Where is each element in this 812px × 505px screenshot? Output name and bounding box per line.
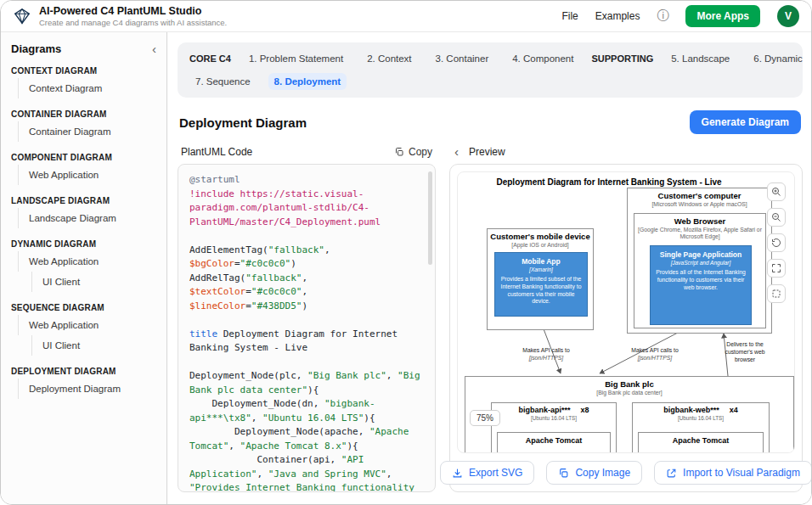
app-title: AI-Powered C4 PlantUML Studio [39, 5, 227, 17]
menu-examples[interactable]: Examples [595, 10, 640, 22]
code-token: "fallback" [268, 244, 324, 255]
zoom-out-button[interactable] [767, 208, 786, 227]
tab-3-container[interactable]: 3. Container [430, 50, 495, 67]
sidebar-item[interactable]: Landscape Diagram [18, 208, 156, 228]
menu-file[interactable]: File [561, 10, 578, 22]
sidebar-header: Diagrams ‹ [11, 42, 156, 55]
reset-view-button[interactable] [767, 233, 786, 252]
more-apps-button[interactable]: More Apps [685, 5, 760, 27]
tab-1-problem-statement[interactable]: 1. Problem Statement [243, 50, 349, 67]
tab-bar: CORE C41. Problem Statement2. Context3. … [178, 42, 803, 98]
expand-icon [771, 263, 781, 273]
node-web-browser: Web Browser [Google Chrome, Mozilla Fire… [634, 213, 766, 328]
actual-size-button[interactable] [767, 284, 786, 303]
fit-screen-button[interactable] [767, 259, 786, 278]
tab-2-context[interactable]: 2. Context [361, 50, 417, 67]
container-desc: Provides a limited subset of the Interne… [500, 276, 582, 306]
code-token: = [234, 258, 240, 269]
zoom-out-icon [771, 212, 781, 222]
code-token: , [324, 244, 336, 255]
node-bigbank-web: bigbank-web*** x4 [Ubuntu 16.04 LTS] Apa… [632, 402, 770, 453]
code-line [189, 313, 421, 328]
sidebar-item[interactable]: UI Client [31, 272, 156, 292]
node-big-bank-plc: Big Bank plc [Big Bank plc data center] … [465, 376, 794, 453]
preview-collapse-icon[interactable]: ‹ [454, 145, 459, 158]
code-token: ){ [307, 384, 319, 396]
zoom-level-badge: 75% [470, 410, 500, 426]
code-line: Container(api, "API Application", "Java … [189, 453, 421, 492]
sidebar-section-heading: SEQUENCE DIAGRAM [11, 303, 156, 312]
app-logo-icon [13, 7, 31, 25]
code-token: , [302, 286, 313, 297]
sidebar-item[interactable]: Web Application [18, 251, 156, 272]
sidebar-item[interactable]: Web Application [18, 165, 156, 185]
avatar[interactable]: V [777, 5, 799, 27]
code-scrollbar[interactable] [428, 171, 432, 265]
export-svg-button[interactable]: Export SVG [440, 461, 534, 485]
code-token: Container(api, [189, 454, 341, 465]
tab-group-label-core-c4: CORE C4 [189, 53, 231, 64]
node-apache-tomcat: Apache Tomcat [638, 432, 764, 453]
copy-code-label: Copy [409, 146, 432, 158]
tab-5-landscape[interactable]: 5. Landscape [665, 50, 736, 67]
node-title-row: bigbank-web*** x4 [633, 406, 769, 414]
sidebar-item[interactable]: Web Application [18, 315, 156, 335]
tab-4-component[interactable]: 4. Component [506, 50, 579, 67]
sidebar-item[interactable]: Context Diagram [18, 78, 156, 98]
brand: AI-Powered C4 PlantUML Studio Create and… [13, 5, 227, 27]
preview-canvas[interactable]: Deployment Diagram for Internet Banking … [457, 171, 795, 453]
code-panel-header: PlantUML Code Copy [178, 146, 436, 158]
code-token: "Provides Internet Banking functionality… [189, 482, 420, 492]
node-subtitle: [Apple iOS or Android] [488, 242, 593, 249]
node-subtitle: [Microsoft Windows or Apple macOS] [628, 201, 771, 208]
tab-7-sequence[interactable]: 7. Sequence [189, 73, 257, 90]
actual-size-icon [771, 289, 781, 299]
sidebar-section-heading: DYNAMIC DIAGRAM [11, 239, 156, 249]
topbar: AI-Powered C4 PlantUML Studio Create and… [1, 1, 811, 32]
container-title: Mobile App [500, 257, 582, 266]
code-token: $textColor [189, 286, 245, 297]
tab-8-deployment[interactable]: 8. Deployment [268, 73, 347, 90]
info-icon[interactable]: ⓘ [657, 8, 668, 24]
zoom-in-button[interactable] [767, 182, 786, 201]
sidebar-section-heading: CONTEXT DIAGRAM [11, 66, 156, 76]
generate-diagram-button[interactable]: Generate Diagram [690, 110, 801, 134]
import-to-visual-paradigm-button[interactable]: Import to Visual Paradigm [654, 461, 812, 485]
edge-text: Makes API calls to [628, 346, 682, 354]
code-line [189, 356, 421, 370]
code-line: title Deployment Diagram for Internet Ba… [189, 328, 421, 356]
sidebar-item[interactable]: Container Diagram [18, 121, 156, 142]
page-title: Deployment Diagram [179, 115, 307, 130]
code-token: title [189, 328, 217, 339]
code-token: $bgColor [189, 258, 234, 269]
copy-image-button[interactable]: Copy Image [546, 461, 642, 485]
code-token: "#c0c0c0" [240, 258, 291, 269]
code-token: AddElementTag( [189, 244, 268, 255]
main: CORE C41. Problem Statement2. Context3. … [167, 32, 811, 504]
code-token: "Big Bank plc" [307, 370, 386, 381]
preview-panel-title: Preview [469, 146, 505, 158]
node-subtitle: [Ubuntu 16.04 LTS] [492, 415, 616, 422]
sidebar-section-heading: DEPLOYMENT DIAGRAM [11, 367, 156, 376]
code-editor[interactable]: @startuml!include https://static.visual-… [178, 164, 436, 492]
copy-icon [394, 147, 404, 157]
sidebar-item[interactable]: Deployment Diagram [18, 379, 156, 399]
copy-code-button[interactable]: Copy [394, 146, 432, 158]
app-subtitle: Create and manage C4 diagrams with AI as… [39, 18, 227, 27]
zoom-toolbar [767, 182, 786, 303]
node-subtitle: [Google Chrome, Mozilla Firefox, Apple S… [634, 227, 765, 241]
container-title: Single Page Application [656, 250, 746, 259]
edge-label: Makes API calls to [json/HTTPS] [519, 346, 573, 362]
sidebar-section-heading: LANDSCAPE DIAGRAM [11, 196, 156, 205]
sidebar-item[interactable]: UI Client [31, 335, 156, 356]
app-window: AI-Powered C4 PlantUML Studio Create and… [0, 0, 812, 505]
code-line: Deployment_Node(dn, "bigbank-api***\tx8"… [189, 397, 421, 425]
container-single-page-application: Single Page Application [JavaScript and … [650, 245, 752, 325]
tab-6-dynamic[interactable]: 6. Dynamic [747, 50, 809, 67]
sidebar-collapse-icon[interactable]: ‹ [152, 42, 156, 55]
node-customer-computer: Customer's computer [Microsoft Windows o… [627, 188, 772, 334]
sidebar-section-heading: COMPONENT DIAGRAM [11, 153, 156, 162]
code-token: , [251, 412, 262, 424]
code-token: "#438DD5" [251, 300, 302, 311]
external-link-icon [666, 468, 677, 479]
